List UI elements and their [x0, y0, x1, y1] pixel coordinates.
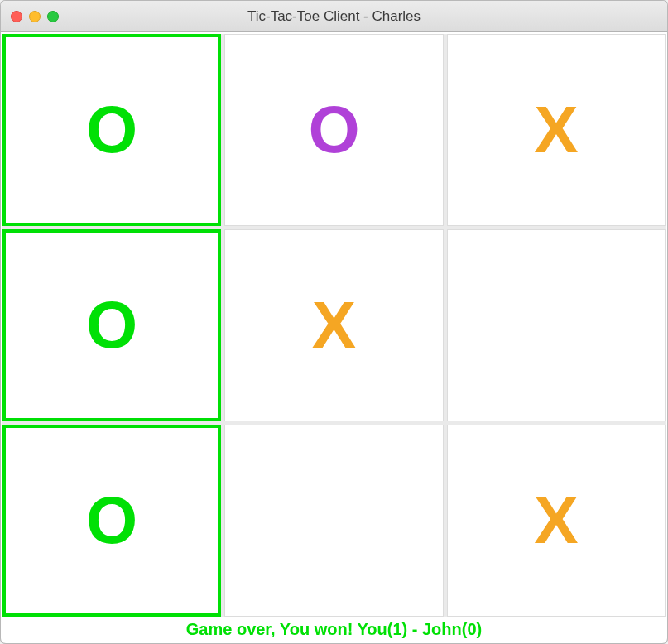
cell-mark: X — [534, 483, 578, 559]
app-window: Tic-Tac-Toe Client - Charles O O X O X O… — [0, 0, 668, 644]
cell-0-1[interactable]: O — [224, 34, 443, 226]
cell-mark: O — [86, 483, 137, 559]
cell-mark: O — [86, 92, 137, 168]
content-area: O O X O X O X Game over, You won! You(1)… — [1, 32, 667, 643]
window-title: Tic-Tac-Toe Client - Charles — [1, 8, 667, 25]
titlebar[interactable]: Tic-Tac-Toe Client - Charles — [1, 1, 667, 32]
cell-2-2[interactable]: X — [447, 425, 666, 617]
status-bar: Game over, You won! You(1) - John(0) — [2, 617, 666, 642]
cell-1-1[interactable]: X — [224, 229, 443, 421]
cell-2-0[interactable]: O — [2, 425, 221, 617]
cell-2-1[interactable] — [224, 425, 443, 617]
cell-mark: X — [534, 92, 578, 168]
cell-mark: X — [312, 287, 356, 363]
status-message: Game over, You won! You(1) - John(0) — [186, 620, 482, 639]
traffic-lights — [1, 11, 59, 22]
cell-1-2[interactable] — [447, 229, 666, 421]
cell-1-0[interactable]: O — [2, 229, 221, 421]
maximize-icon[interactable] — [47, 11, 59, 22]
game-board: O O X O X O X — [2, 34, 666, 617]
cell-0-2[interactable]: X — [447, 34, 666, 226]
minimize-icon[interactable] — [29, 11, 41, 22]
close-icon[interactable] — [11, 11, 22, 22]
cell-0-0[interactable]: O — [2, 34, 221, 226]
cell-mark: O — [86, 287, 137, 363]
cell-mark: O — [308, 92, 359, 168]
